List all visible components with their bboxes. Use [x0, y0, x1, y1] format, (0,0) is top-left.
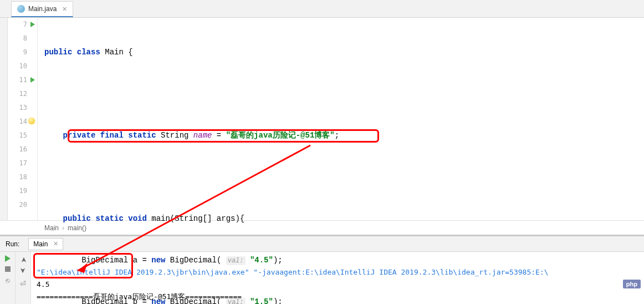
console-out-2: =============磊哥的java历险记-@51博客===========… — [37, 292, 242, 301]
line-16: 16 — [8, 143, 27, 156]
arrow-up-icon[interactable]: ➤ — [19, 255, 27, 263]
console-output[interactable]: "E:\idea\IntelliJ IDEA 2019.2.3\jbr\bin\… — [31, 252, 644, 304]
line-12: 12 — [8, 87, 27, 101]
run-label: Run: — [6, 240, 19, 248]
line-11: 11 — [8, 73, 27, 87]
line-20: 20 — [8, 198, 27, 212]
editor: 7 8 9 10 11 12 13 14 15 16 17 18 19 20 p… — [0, 18, 644, 220]
line-10: 10 — [8, 59, 27, 73]
close-icon[interactable]: ✕ — [62, 6, 67, 13]
console-cmd: "E:\idea\IntelliJ IDEA 2019.2.3\jbr\bin\… — [37, 268, 549, 276]
line-9: 9 — [8, 45, 27, 59]
run-toolbar-left: ⎋ — [0, 252, 16, 304]
line-8: 8 — [8, 32, 27, 45]
code-area[interactable]: public class Main { private final static… — [38, 18, 644, 220]
run-marker-icon[interactable] — [30, 22, 35, 27]
line-17: 17 — [8, 156, 27, 170]
line-13: 13 — [8, 101, 27, 115]
file-tab-label: Main.java — [28, 5, 57, 13]
run-toolbar-nav: ➤ ➤ ⏎ — [16, 252, 31, 304]
console-out-1: 4.5 — [37, 280, 49, 288]
tab-bar: Main.java ✕ — [0, 0, 644, 18]
line-14: 14 — [8, 115, 27, 129]
rerun-icon[interactable] — [5, 255, 11, 262]
java-file-icon — [17, 5, 25, 13]
line-gutter: 7 8 9 10 11 12 13 14 15 16 17 18 19 20 — [8, 18, 38, 220]
stop-icon[interactable] — [5, 266, 11, 272]
line-15: 15 — [8, 129, 27, 143]
left-gutter — [0, 18, 8, 220]
line-18: 18 — [8, 170, 27, 184]
line-7: 7 — [8, 18, 27, 32]
arrow-down-icon[interactable]: ➤ — [19, 267, 27, 275]
intention-bulb-icon[interactable] — [28, 118, 35, 124]
php-badge: php — [623, 280, 641, 288]
run-marker-icon[interactable] — [30, 77, 35, 83]
file-tab-main[interactable]: Main.java ✕ — [11, 1, 73, 17]
exit-icon[interactable]: ⎋ — [6, 276, 10, 285]
wrap-icon[interactable]: ⏎ — [20, 280, 26, 288]
line-19: 19 — [8, 184, 27, 198]
